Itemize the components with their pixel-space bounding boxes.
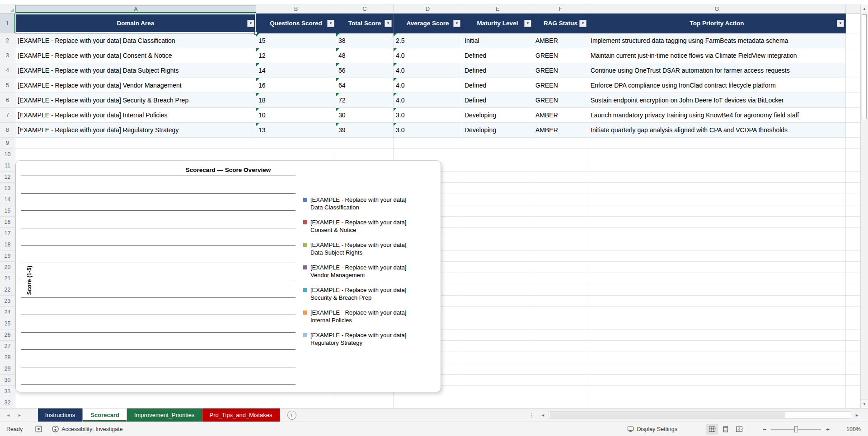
cell-g14[interactable] — [588, 194, 846, 205]
cell-d10[interactable] — [394, 149, 462, 160]
table-header-cell-g1[interactable]: Top Priority Action▼ — [588, 14, 846, 33]
cell-c2[interactable]: 38 — [336, 33, 394, 48]
row-header-21[interactable]: 21 — [0, 273, 15, 284]
column-header-b[interactable]: B — [256, 5, 336, 13]
cell-e10[interactable] — [462, 149, 533, 160]
scroll-up-button[interactable]: ▲ — [861, 5, 868, 13]
cell-d32[interactable] — [394, 397, 462, 408]
row-header-20[interactable]: 20 — [0, 262, 15, 273]
horizontal-scrollbar[interactable]: ◄ ► — [538, 408, 868, 422]
cell-e2[interactable]: Initial — [462, 33, 533, 48]
cell-d2[interactable]: 2.5 — [394, 33, 462, 48]
cell-a3[interactable]: [EXAMPLE - Replace with your data] Conse… — [15, 48, 256, 63]
cell-f10[interactable] — [533, 149, 588, 160]
cell-c6[interactable]: 72 — [336, 93, 394, 108]
cell-a5[interactable]: [EXAMPLE - Replace with your data] Vendo… — [15, 78, 256, 93]
cell-e14[interactable] — [462, 194, 533, 205]
cell-e4[interactable]: Defined — [462, 63, 533, 78]
column-header-f[interactable]: F — [533, 5, 588, 13]
cell-g2[interactable]: Implement structured data tagging using … — [588, 33, 846, 48]
cell-e28[interactable] — [462, 352, 533, 363]
cell-e27[interactable] — [462, 341, 533, 352]
cell-f23[interactable] — [533, 296, 588, 307]
row-header-32[interactable]: 32 — [0, 397, 15, 408]
embedded-chart[interactable]: Scorecard — Score Overview Score (1-5) [… — [15, 160, 441, 392]
cell-d4[interactable]: 4.0 — [394, 63, 462, 78]
add-sheet-button[interactable]: + — [287, 411, 296, 420]
cell-g11[interactable] — [588, 160, 846, 172]
cell-e6[interactable]: Defined — [462, 93, 533, 108]
row-header-15[interactable]: 15 — [0, 205, 15, 217]
zoom-slider[interactable] — [771, 429, 821, 430]
cell-d5[interactable]: 4.0 — [394, 78, 462, 93]
cell-c3[interactable]: 48 — [336, 48, 394, 63]
row-header-6[interactable]: 6 — [0, 93, 15, 108]
cell-g21[interactable] — [588, 273, 846, 284]
cell-g22[interactable] — [588, 284, 846, 296]
table-header-cell-b1[interactable]: Questions Scored▼ — [256, 14, 336, 33]
cell-d7[interactable]: 3.0 — [394, 108, 462, 123]
vertical-scroll-thumb[interactable] — [862, 14, 867, 119]
row-header-24[interactable]: 24 — [0, 307, 15, 318]
accessibility-status[interactable]: Accessibility: Investigate — [52, 426, 122, 432]
cell-a10[interactable] — [15, 149, 256, 160]
row-header-1[interactable]: 1 — [0, 14, 15, 33]
cell-g9[interactable] — [588, 138, 846, 149]
vertical-scrollbar[interactable]: ▲ ▼ — [860, 5, 868, 408]
cell-e3[interactable]: Defined — [462, 48, 533, 63]
cell-e7[interactable]: Developing — [462, 108, 533, 123]
cell-g6[interactable]: Sustain endpoint encryption on John Deer… — [588, 93, 846, 108]
cell-e26[interactable] — [462, 329, 533, 341]
cell-e16[interactable] — [462, 217, 533, 228]
cell-f8[interactable]: AMBER — [533, 123, 588, 138]
cell-a8[interactable]: [EXAMPLE - Replace with your data] Regul… — [15, 123, 256, 138]
cell-g29[interactable] — [588, 363, 846, 375]
cell-b2[interactable]: 15 — [256, 33, 336, 48]
row-header-19[interactable]: 19 — [0, 250, 15, 262]
row-header-7[interactable]: 7 — [0, 108, 15, 123]
cell-f11[interactable] — [533, 160, 588, 172]
row-header-2[interactable]: 2 — [0, 33, 15, 48]
sheet-tab-instructions[interactable]: Instructions — [38, 408, 83, 422]
cell-a7[interactable]: [EXAMPLE - Replace with your data] Inter… — [15, 108, 256, 123]
cell-a9[interactable] — [15, 138, 256, 149]
cell-g7[interactable]: Launch mandatory privacy training using … — [588, 108, 846, 123]
cell-c5[interactable]: 64 — [336, 78, 394, 93]
cell-f20[interactable] — [533, 262, 588, 273]
cell-b32[interactable] — [256, 397, 336, 408]
cell-e12[interactable] — [462, 172, 533, 183]
cell-e9[interactable] — [462, 138, 533, 149]
cell-g4[interactable]: Continue using OneTrust DSAR automation … — [588, 63, 846, 78]
macro-record-button[interactable] — [35, 426, 42, 432]
cell-g30[interactable] — [588, 375, 846, 386]
cell-e21[interactable] — [462, 273, 533, 284]
cell-e29[interactable] — [462, 363, 533, 375]
scroll-down-button[interactable]: ▼ — [861, 399, 868, 408]
filter-button[interactable]: ▼ — [524, 20, 531, 27]
cell-g13[interactable] — [588, 183, 846, 194]
zoom-in-button[interactable]: + — [825, 426, 831, 432]
cell-g23[interactable] — [588, 296, 846, 307]
cell-g25[interactable] — [588, 318, 846, 329]
cell-g24[interactable] — [588, 307, 846, 318]
cell-g10[interactable] — [588, 149, 846, 160]
cell-d9[interactable] — [394, 138, 462, 149]
cell-f26[interactable] — [533, 329, 588, 341]
cell-e8[interactable]: Developing — [462, 123, 533, 138]
cell-e22[interactable] — [462, 284, 533, 296]
table-header-cell-c1[interactable]: Total Score▼ — [336, 14, 394, 33]
sheet-tab-scorecard[interactable]: Scorecard — [83, 408, 127, 422]
filter-button[interactable]: ▼ — [327, 20, 334, 27]
cell-g12[interactable] — [588, 172, 846, 183]
cell-f16[interactable] — [533, 217, 588, 228]
cell-g5[interactable]: Enforce DPA compliance using IronClad co… — [588, 78, 846, 93]
page-layout-view-button[interactable] — [720, 424, 732, 435]
cell-g18[interactable] — [588, 239, 846, 250]
filter-button[interactable]: ▼ — [837, 20, 844, 27]
cell-a6[interactable]: [EXAMPLE - Replace with your data] Secur… — [15, 93, 256, 108]
cell-f31[interactable] — [533, 386, 588, 397]
cell-d6[interactable]: 4.0 — [394, 93, 462, 108]
zoom-slider-thumb[interactable] — [794, 426, 798, 432]
cell-f15[interactable] — [533, 205, 588, 217]
cell-g27[interactable] — [588, 341, 846, 352]
